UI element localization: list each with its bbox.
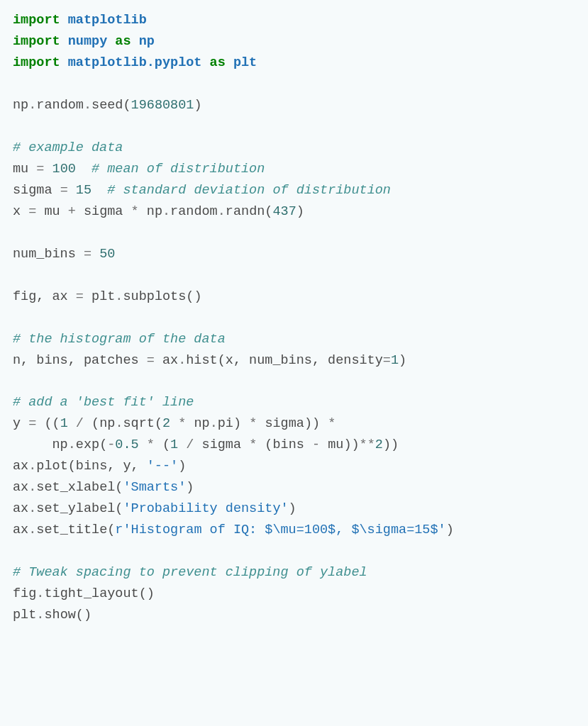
- code-token: **: [360, 437, 375, 452]
- code-token: # example data: [13, 140, 123, 155]
- code-token: .: [28, 501, 36, 516]
- code-token: ax: [155, 353, 178, 368]
- code-line: fig, ax = plt.subplots(): [13, 289, 202, 304]
- code-token: set_xlabel(: [36, 480, 123, 495]
- code-token: [60, 13, 68, 28]
- code-token: random: [36, 98, 84, 113]
- code-token: 'Smarts': [123, 480, 186, 495]
- code-token: as: [115, 34, 131, 49]
- code-token: 0.5: [115, 437, 138, 452]
- code-line: # example data: [13, 140, 123, 155]
- code-line: np.random.seed(19680801): [13, 98, 202, 113]
- code-line: x = mu + sigma * np.random.randn(437): [13, 204, 304, 219]
- code-token: ax: [13, 459, 28, 474]
- code-token: np: [139, 204, 162, 219]
- code-line: n, bins, patches = ax.hist(x, num_bins, …: [13, 353, 406, 368]
- code-token: sigma: [194, 437, 249, 452]
- code-token: set_ylabel(: [36, 501, 123, 516]
- code-token: fig: [13, 586, 36, 601]
- code-token: 1: [60, 416, 68, 431]
- code-line: num_bins = 50: [13, 247, 115, 262]
- code-token: mu: [13, 162, 36, 177]
- code-token: ): [178, 459, 186, 474]
- code-token: y: [13, 416, 28, 431]
- code-token: .: [115, 289, 123, 304]
- code-token: -: [312, 437, 320, 452]
- code-token: [201, 55, 209, 70]
- code-token: =: [76, 289, 84, 304]
- code-token: 437: [272, 204, 296, 219]
- code-token: matplotlib.pyplot: [68, 55, 202, 70]
- code-token: 50: [99, 247, 115, 262]
- code-line: # the histogram of the data: [13, 332, 226, 347]
- code-token: .: [28, 98, 36, 113]
- code-token: ((: [36, 416, 60, 431]
- code-token: (bins: [257, 437, 312, 452]
- code-token: [91, 183, 107, 198]
- code-token: import: [13, 13, 60, 28]
- code-token: ): [399, 353, 406, 368]
- code-token: np: [139, 34, 155, 49]
- code-token: tight_layout(): [44, 586, 154, 601]
- code-token: .: [210, 416, 218, 431]
- code-token: (np: [84, 416, 115, 431]
- code-token: .: [28, 459, 36, 474]
- code-token: import: [13, 34, 60, 49]
- code-token: 2: [375, 437, 383, 452]
- code-token: -: [107, 437, 115, 452]
- code-token: ): [194, 98, 201, 113]
- code-token: *: [249, 437, 257, 452]
- code-line: mu = 100 # mean of distribution: [13, 162, 265, 177]
- code-token: [131, 34, 139, 49]
- code-line: import matplotlib.pyplot as plt: [13, 55, 257, 70]
- code-line: fig.tight_layout(): [13, 586, 155, 601]
- code-token: /: [76, 416, 84, 431]
- code-token: *: [178, 416, 186, 431]
- code-token: as: [210, 55, 226, 70]
- code-token: .: [28, 480, 36, 495]
- code-token: .: [178, 353, 186, 368]
- code-token: 15: [76, 183, 91, 198]
- code-token: randn(: [226, 204, 273, 219]
- code-token: ax: [13, 480, 28, 495]
- code-token: # mean of distribution: [91, 162, 265, 177]
- code-token: ax: [13, 523, 28, 537]
- code-token: .: [28, 523, 36, 537]
- code-token: sigma: [13, 183, 60, 198]
- code-token: [178, 437, 186, 452]
- code-token: )): [383, 437, 399, 452]
- code-line: # add a 'best fit' line: [13, 395, 194, 410]
- code-line: # Tweak spacing to prevent clipping of y…: [13, 565, 367, 580]
- code-line: plt.show(): [13, 608, 91, 622]
- code-token: +: [68, 204, 76, 219]
- code-token: 1: [170, 437, 178, 452]
- code-line: import matplotlib: [13, 13, 147, 28]
- code-token: *: [249, 416, 257, 431]
- code-token: 19680801: [131, 98, 194, 113]
- code-token: =: [60, 183, 68, 198]
- code-line: y = ((1 / (np.sqrt(2 * np.pi) * sigma)) …: [13, 416, 335, 431]
- code-token: set_title(: [36, 523, 115, 537]
- code-token: =: [36, 162, 44, 177]
- code-token: .: [84, 98, 91, 113]
- code-token: =: [147, 353, 155, 368]
- code-token: '--': [147, 459, 178, 474]
- code-token: pi): [218, 416, 249, 431]
- code-token: np: [13, 98, 28, 113]
- code-token: .: [115, 416, 123, 431]
- code-token: exp(: [76, 437, 107, 452]
- code-token: plot(bins, y,: [36, 459, 146, 474]
- code-token: *: [131, 204, 139, 219]
- code-token: sigma: [76, 204, 131, 219]
- code-token: # the histogram of the data: [13, 332, 226, 347]
- code-token: .: [218, 204, 226, 219]
- code-token: 'Probability density': [123, 501, 288, 516]
- code-token: .: [36, 586, 44, 601]
- code-token: seed(: [91, 98, 131, 113]
- code-token: [91, 247, 99, 262]
- code-token: # standard deviation of distribution: [107, 183, 391, 198]
- code-token: ): [186, 480, 194, 495]
- code-token: plt: [233, 55, 257, 70]
- code-line: ax.set_ylabel('Probability density'): [13, 501, 296, 516]
- code-token: import: [13, 55, 60, 70]
